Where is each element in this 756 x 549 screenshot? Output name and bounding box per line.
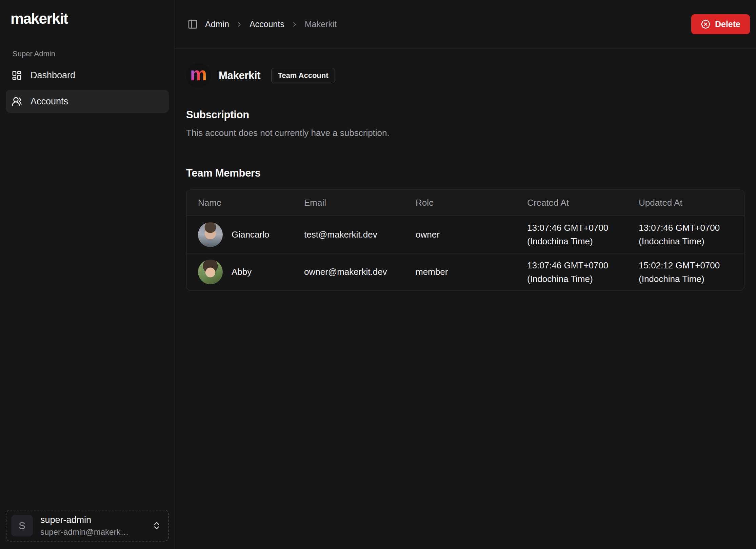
- main-area: AdminAccountsMakerkit Delete m Makerkit …: [175, 0, 756, 549]
- account-avatar: m: [186, 63, 211, 88]
- member-role: member: [410, 267, 521, 277]
- sidebar-item-label: Accounts: [31, 96, 68, 107]
- table-row: Giancarlotest@makerkit.devowner13:07:46 …: [186, 216, 744, 253]
- member-created-at: 13:07:46 GMT+0700 (Indochina Time): [521, 259, 633, 286]
- sidebar-item-accounts[interactable]: Accounts: [6, 90, 169, 113]
- table-header-row: Name Email Role Created At Updated At: [186, 190, 744, 216]
- sidebar-toggle-button[interactable]: [187, 19, 198, 29]
- team-members-rows: Giancarlotest@makerkit.devowner13:07:46 …: [186, 216, 744, 290]
- member-updated-at: 15:02:12 GMT+0700 (Indochina Time): [633, 259, 744, 286]
- column-header-role: Role: [410, 198, 521, 208]
- column-header-updated-at: Updated At: [633, 198, 744, 208]
- member-email: owner@makerkit.dev: [298, 267, 410, 277]
- team-members-table: Name Email Role Created At Updated At Gi…: [186, 189, 744, 291]
- member-role: owner: [410, 229, 521, 240]
- chevrons-up-down-icon: [152, 521, 161, 530]
- account-header: m Makerkit Team Account: [186, 63, 744, 88]
- sidebar-section-label: Super Admin: [13, 49, 175, 58]
- delete-button[interactable]: Delete: [691, 14, 750, 34]
- account-type-badge: Team Account: [271, 68, 335, 83]
- column-header-name: Name: [186, 198, 298, 208]
- user-avatar: S: [11, 515, 33, 536]
- table-row: Abbyowner@makerkit.devmember13:07:46 GMT…: [186, 253, 744, 290]
- sidebar-item-dashboard[interactable]: Dashboard: [6, 64, 169, 87]
- user-menu-trigger[interactable]: S super-admin super-admin@makerk…: [6, 510, 169, 542]
- account-name: Makerkit: [219, 69, 260, 82]
- user-name: super-admin: [40, 515, 144, 525]
- layout-dashboard-icon: [12, 70, 22, 81]
- user-info: super-admin super-admin@makerk…: [40, 515, 144, 537]
- subscription-title: Subscription: [186, 109, 744, 121]
- member-created-at: 13:07:46 GMT+0700 (Indochina Time): [521, 221, 633, 248]
- column-header-created-at: Created At: [521, 198, 633, 208]
- column-header-email: Email: [298, 198, 410, 208]
- user-email: super-admin@makerk…: [40, 527, 144, 537]
- member-updated-at: 13:07:46 GMT+0700 (Indochina Time): [633, 221, 744, 248]
- users-icon: [12, 96, 22, 107]
- chevron-right-icon: [291, 21, 298, 28]
- breadcrumb-item-makerkit: Makerkit: [305, 19, 337, 29]
- sidebar-nav: Dashboard Accounts: [0, 64, 175, 113]
- badge-x-icon: [701, 19, 711, 29]
- team-members-title: Team Members: [186, 167, 744, 179]
- topbar: AdminAccountsMakerkit Delete: [175, 0, 756, 49]
- account-detail-page: m Makerkit Team Account Subscription Thi…: [175, 49, 756, 291]
- member-name: Giancarlo: [232, 229, 269, 240]
- subscription-empty-message: This account does not currently have a s…: [186, 128, 744, 138]
- chevron-right-icon: [236, 21, 243, 28]
- member-avatar: [198, 260, 223, 284]
- member-avatar: [198, 222, 223, 247]
- app-logo: makerkit: [11, 10, 175, 27]
- breadcrumb: AdminAccountsMakerkit: [205, 19, 337, 29]
- member-email: test@makerkit.dev: [298, 229, 410, 240]
- member-name: Abby: [232, 267, 252, 277]
- panel-left-icon: [187, 19, 198, 29]
- breadcrumb-item-accounts[interactable]: Accounts: [250, 19, 284, 29]
- delete-button-label: Delete: [715, 19, 740, 29]
- sidebar-item-label: Dashboard: [31, 70, 75, 81]
- breadcrumb-item-admin[interactable]: Admin: [205, 19, 229, 29]
- sidebar: makerkit Super Admin Dashboard Accounts …: [0, 0, 175, 549]
